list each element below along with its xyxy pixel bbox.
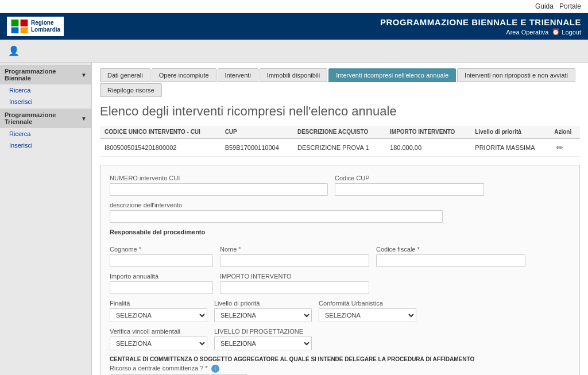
cell-importo: 180.000,00 [385,138,470,157]
tab-immobili-disponibili[interactable]: Immobili disponibili [260,68,327,82]
sidebar-item-inserisci-biennale[interactable]: Inserisci [0,96,91,107]
svg-rect-2 [21,20,28,26]
nome-label: Nome * [220,246,369,253]
regione-lombardia-logo [10,18,29,34]
codice-fiscale-input[interactable] [376,254,525,267]
info-icon[interactable]: i [211,365,219,373]
logo: RegioneLombardia [7,17,64,36]
importo-intervento-label: IMPORTO INTERVENTO [220,273,369,280]
form-row-5: Finalità SELEZIONA Livello di priorità S… [110,300,570,322]
sidebar-item-ricerca-biennale[interactable]: Ricerca [0,84,91,96]
tabs-container: Dati generali Opere incompiute Intervent… [100,68,580,97]
edit-button[interactable]: ✏ [554,142,566,153]
interventions-table: CODICE UNICO INTERVENTO - CUI CUP DESCRI… [100,126,580,157]
tab-dati-generali[interactable]: Dati generali [100,68,150,82]
col-priorita: Livello di priorità [470,126,550,138]
finalita-label: Finalità [110,300,207,307]
form-row-ricorso: Ricorso a centrale committenza ? * i SEL… [110,365,570,375]
tab-interventi-ricompresi[interactable]: Interventi ricompresi nell'elenco annual… [328,68,456,82]
header-right: PROGRAMMAZIONE BIENNALE E TRIENNALE Area… [380,17,581,36]
conformita-select[interactable]: SELEZIONA [319,308,416,322]
importo-intervento-input[interactable] [220,281,369,294]
area-operativa: Area Operativa ⏰ Logout [506,28,581,36]
codice-cup-label: Codice CUP [335,175,484,181]
cognome-input[interactable] [110,254,213,267]
centrale-section: CENTRALE DI COMMITTENZA O SOGGETTO AGGRE… [110,356,570,375]
sidebar-section-biennale: Programmazione Biennale ▼ Ricerca Inseri… [0,65,91,107]
portale-link[interactable]: Portale [559,2,581,10]
form-group-importo-annualita: Importo annualità [110,273,213,294]
livello-priorita-label: Livello di priorità [214,300,312,307]
form-row-3: Responsabile del procedimento Cognome * … [110,229,570,267]
form-row-1: NUMERO intervento CUI Codice CUP [110,175,570,196]
tab-opere-incompiute[interactable]: Opere incompiute [152,68,216,82]
codice-cup-input[interactable] [335,183,484,196]
form-row-2: descrizione dell'intervento [110,202,570,223]
col-azioni: Azioni [550,126,580,138]
form-card: NUMERO intervento CUI Codice CUP descriz… [100,165,580,375]
form-group-verifica-vincoli: Verifica vincoli ambientali SELEZIONA [110,328,207,350]
conformita-label: Conformità Urbanistica [319,300,416,307]
clock-icon: ⏰ [552,28,560,36]
codice-fiscale-label: Codice fiscale * [376,246,525,253]
svg-rect-1 [11,20,19,26]
cell-descrizione: DESCRIZIONE PROVA 1 [293,138,385,157]
numero-cui-input[interactable] [110,183,328,196]
sidebar-item-ricerca-triennale[interactable]: Ricerca [0,128,91,140]
top-bar: Guida Portale [0,0,588,13]
logo-text: RegioneLombardia [31,20,60,33]
sidebar-item-inserisci-triennale[interactable]: Inserisci [0,140,91,151]
user-icon: 👤 [3,41,24,61]
arrow-icon: ▼ [81,72,87,78]
sidebar-section-triennale: Programmazione Triennale ▼ Ricerca Inser… [0,109,91,151]
nome-input[interactable] [220,254,369,267]
table-row: I80050050154201800002 B59B17000110004 DE… [100,138,580,157]
form-row-4: Importo annualità IMPORTO INTERVENTO [110,273,570,294]
importo-annualita-input[interactable] [110,281,213,294]
numero-cui-label: NUMERO intervento CUI [110,175,328,181]
logout-button[interactable]: ⏰ Logout [552,28,581,36]
verifica-vincoli-label: Verifica vincoli ambientali [110,328,207,335]
tab-interventi[interactable]: Interventi [218,68,258,82]
header-title: PROGRAMMAZIONE BIENNALE E TRIENNALE [380,17,581,27]
form-group-codice-fiscale: Codice fiscale * [376,246,525,267]
importo-annualita-label: Importo annualità [110,273,213,280]
cell-azioni: ✏ [550,138,580,157]
responsabile-label: Responsabile del procedimento [110,229,205,235]
livello-progettazione-label: LIVELLO DI PROGETTAZIONE [214,328,312,335]
tab-interventi-non-riproposti[interactable]: Interventi non riproposti e non avviati [457,68,575,82]
form-group-ricorso: Ricorso a centrale committenza ? * i SEL… [110,365,247,375]
form-group-finalita: Finalità SELEZIONA [110,300,207,322]
form-group-codice-cup: Codice CUP [335,175,484,196]
livello-progettazione-select[interactable]: SELEZIONA [214,337,312,350]
form-group-livello-progettazione: LIVELLO DI PROGETTAZIONE SELEZIONA [214,328,312,350]
verifica-vincoli-select[interactable]: SELEZIONA [110,337,207,350]
guida-link[interactable]: Guida [535,2,554,10]
form-group-importo-intervento: IMPORTO INTERVENTO [220,273,369,294]
form-group-nome: Nome * [220,246,369,267]
programmazione-biennale-header[interactable]: Programmazione Biennale ▼ [0,65,91,84]
programmazione-triennale-header[interactable]: Programmazione Triennale ▼ [0,109,91,128]
col-importo: IMPORTO INTERVENTO [385,126,470,138]
form-group-cognome: Cognome * [110,246,213,267]
tab-riepilogo-risorse[interactable]: Riepilogo risorse [100,83,162,97]
programmazione-triennale-label: Programmazione Triennale [5,111,81,125]
livello-priorita-select[interactable]: SELEZIONA [214,308,312,322]
table-header-row: CODICE UNICO INTERVENTO - CUI CUP DESCRI… [100,126,580,138]
col-cup: CUP [220,126,293,138]
svg-rect-3 [11,28,19,33]
responsabile-fields: Cognome * Nome * Codice fiscale * [110,246,525,267]
cell-cui: I80050050154201800002 [100,138,220,157]
descrizione-input[interactable] [110,210,443,223]
arrow-icon-2: ▼ [81,115,87,122]
cell-priorita: PRIORITA MASSIMA [470,138,550,157]
svg-rect-4 [21,28,28,33]
finalita-select[interactable]: SELEZIONA [110,308,207,322]
centrale-title: CENTRALE DI COMMITTENZA O SOGGETTO AGGRE… [110,356,570,362]
programmazione-biennale-label: Programmazione Biennale [5,68,81,82]
ricorso-label: Ricorso a centrale committenza ? * i [110,365,247,373]
form-group-livello-priorita: Livello di priorità SELEZIONA [214,300,312,322]
main-layout: Programmazione Biennale ▼ Ricerca Inseri… [0,63,588,375]
form-row-6: Verifica vincoli ambientali SELEZIONA LI… [110,328,570,350]
cognome-label: Cognome * [110,246,213,253]
